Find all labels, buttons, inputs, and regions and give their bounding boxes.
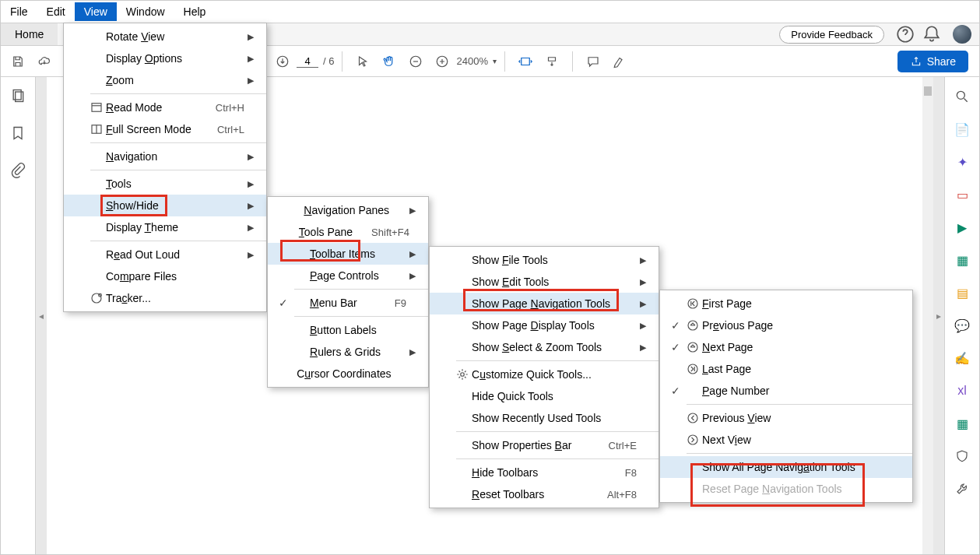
scroll-icon[interactable] <box>539 49 564 74</box>
redact-icon[interactable]: 💬 <box>954 317 971 334</box>
menuitem-showhide_menu-5[interactable]: ✓Menu BarF9 <box>268 292 428 314</box>
right-rail: 📄 ✦ ▭ ▶ ▦ ▤ 💬 ✍ xl ▦ <box>944 77 979 554</box>
bell-icon[interactable] <box>922 24 942 44</box>
page-number-input[interactable] <box>297 55 318 68</box>
toolbaritems-menu: Show File Tools▶Show Edit Tools▶Show Pag… <box>429 246 659 508</box>
menuitem-view_menu-0[interactable]: Rotate View▶ <box>64 26 266 47</box>
menuitem-showhide_menu-7[interactable]: Button Labels <box>268 319 428 341</box>
menuitem-showhide_menu-0[interactable]: Navigation Panes▶ <box>268 199 428 221</box>
menuitem-showhide_menu-2[interactable]: Toolbar Items▶ <box>268 243 428 265</box>
menuitem-view_menu-10[interactable]: Show/Hide▶ <box>64 195 266 216</box>
feedback-button[interactable]: Provide Feedback <box>779 26 884 44</box>
zoom-value[interactable]: 2400% <box>456 55 487 67</box>
menuitem-view_menu-15[interactable]: Tracker... <box>64 287 266 309</box>
comment-tool-icon[interactable]: ▶ <box>954 219 971 236</box>
left-rail <box>1 77 36 554</box>
svg-point-17 <box>688 435 697 444</box>
menuitem-view_menu-11[interactable]: Display Theme▶ <box>64 216 266 238</box>
menuitem-pagenav_menu-9[interactable]: Show All Page Navigation Tools <box>660 456 912 478</box>
menuitem-toolbaritems_menu-12[interactable]: Hide ToolbarsF8 <box>430 462 659 483</box>
menuitem-view_menu-1[interactable]: Display Options▶ <box>64 47 266 69</box>
save-icon[interactable] <box>5 49 30 74</box>
menuitem-view_menu-4[interactable]: Read ModeCtrl+H <box>64 97 266 118</box>
zoom-in-icon[interactable] <box>430 49 455 74</box>
menu-help[interactable]: Help <box>174 2 216 21</box>
tab-home[interactable]: Home <box>1 23 58 45</box>
compress-icon[interactable]: ▦ <box>954 415 971 432</box>
cloud-icon[interactable] <box>32 49 57 74</box>
svg-point-11 <box>461 373 465 377</box>
export-pdf-icon[interactable]: 📄 <box>954 121 971 138</box>
menuitem-showhide_menu-1[interactable]: Tools PaneShift+F4 <box>268 221 428 243</box>
hand-icon[interactable] <box>377 49 402 74</box>
combine-icon[interactable]: ▦ <box>954 251 971 269</box>
menuitem-pagenav_menu-0[interactable]: First Page <box>660 293 912 314</box>
attachment-icon[interactable] <box>10 163 26 181</box>
bookmark-icon[interactable] <box>10 125 26 144</box>
right-gutter[interactable]: ▸ <box>933 77 944 554</box>
menuitem-view_menu-5[interactable]: Full Screen ModeCtrl+L <box>64 118 266 140</box>
pointer-icon[interactable] <box>350 49 375 74</box>
page-count: / 6 <box>323 55 334 67</box>
menuitem-pagenav_menu-3[interactable]: Last Page <box>660 358 912 380</box>
vertical-scrollbar[interactable] <box>922 77 933 554</box>
create-pdf-icon[interactable]: ▭ <box>954 186 971 203</box>
edit-pdf-icon[interactable]: ✦ <box>954 153 971 170</box>
menu-window[interactable]: Window <box>117 2 174 21</box>
menuitem-view_menu-7[interactable]: Navigation▶ <box>64 146 266 167</box>
protect-icon[interactable]: xl <box>954 382 971 399</box>
menuitem-toolbaritems_menu-4[interactable]: Show Select & Zoom Tools▶ <box>430 336 659 358</box>
svg-point-6 <box>957 91 964 99</box>
menuitem-toolbaritems_menu-7[interactable]: Hide Quick Tools <box>430 385 659 407</box>
svg-point-9 <box>92 293 101 303</box>
menu-bar: File Edit View Window Help <box>1 1 979 23</box>
menuitem-toolbaritems_menu-13[interactable]: Reset ToolbarsAlt+F8 <box>430 483 659 505</box>
menuitem-showhide_menu-3[interactable]: Page Controls▶ <box>268 265 428 286</box>
pagenav-menu: First Page✓Previous Page✓Next PageLast P… <box>659 290 913 503</box>
menuitem-pagenav_menu-4[interactable]: ✓Page Number <box>660 380 912 402</box>
help-icon[interactable] <box>895 24 915 44</box>
organize-icon[interactable]: ▤ <box>954 284 971 301</box>
showhide-menu: Navigation Panes▶Tools PaneShift+F4Toolb… <box>267 196 429 388</box>
comment-icon[interactable] <box>581 49 606 74</box>
menuitem-toolbaritems_menu-10[interactable]: Show Properties BarCtrl+E <box>430 434 659 456</box>
sign-icon[interactable]: ✍ <box>954 350 971 367</box>
view-menu: Rotate View▶Display Options▶Zoom▶Read Mo… <box>63 23 267 312</box>
share-button[interactable]: Share <box>897 51 968 72</box>
search-icon[interactable] <box>954 88 971 105</box>
menu-view[interactable]: View <box>75 2 117 21</box>
highlight-icon[interactable] <box>607 49 632 74</box>
menuitem-showhide_menu-9[interactable]: Cursor Coordinates <box>268 363 428 385</box>
svg-rect-7 <box>92 104 101 112</box>
fit-width-icon[interactable] <box>513 49 538 74</box>
menuitem-toolbaritems_menu-1[interactable]: Show Edit Tools▶ <box>430 271 659 293</box>
menuitem-toolbaritems_menu-2[interactable]: Show Page Navigation Tools▶ <box>430 293 659 314</box>
pages-icon[interactable] <box>10 88 26 107</box>
menuitem-showhide_menu-8[interactable]: Rulers & Grids▶ <box>268 341 428 363</box>
svg-point-16 <box>688 413 697 423</box>
menu-file[interactable]: File <box>1 2 37 21</box>
menuitem-view_menu-14[interactable]: Compare Files <box>64 265 266 287</box>
wrench-icon[interactable] <box>954 480 971 497</box>
zoom-out-icon[interactable] <box>403 49 428 74</box>
menuitem-pagenav_menu-6[interactable]: Previous View <box>660 407 912 429</box>
chevron-down-icon[interactable]: ▾ <box>493 57 497 65</box>
menuitem-pagenav_menu-2[interactable]: ✓Next Page <box>660 336 912 358</box>
avatar[interactable] <box>953 25 971 44</box>
menuitem-view_menu-13[interactable]: Read Out Loud▶ <box>64 244 266 265</box>
menu-edit[interactable]: Edit <box>37 2 75 21</box>
menuitem-toolbaritems_menu-3[interactable]: Show Page Display Tools▶ <box>430 314 659 336</box>
menuitem-pagenav_menu-1[interactable]: ✓Previous Page <box>660 314 912 336</box>
menuitem-toolbaritems_menu-0[interactable]: Show File Tools▶ <box>430 249 659 271</box>
menuitem-toolbaritems_menu-6[interactable]: Customize Quick Tools... <box>430 364 659 385</box>
menuitem-view_menu-2[interactable]: Zoom▶ <box>64 69 266 91</box>
menuitem-toolbaritems_menu-8[interactable]: Show Recently Used Tools <box>430 407 659 429</box>
menuitem-pagenav_menu-7[interactable]: Next View <box>660 429 912 451</box>
menuitem-view_menu-9[interactable]: Tools▶ <box>64 173 266 195</box>
shield-icon[interactable] <box>954 448 971 465</box>
menuitem-pagenav_menu-10: Reset Page Navigation Tools <box>660 478 912 500</box>
left-gutter[interactable]: ◂ <box>36 77 47 554</box>
download-icon[interactable] <box>270 49 295 74</box>
